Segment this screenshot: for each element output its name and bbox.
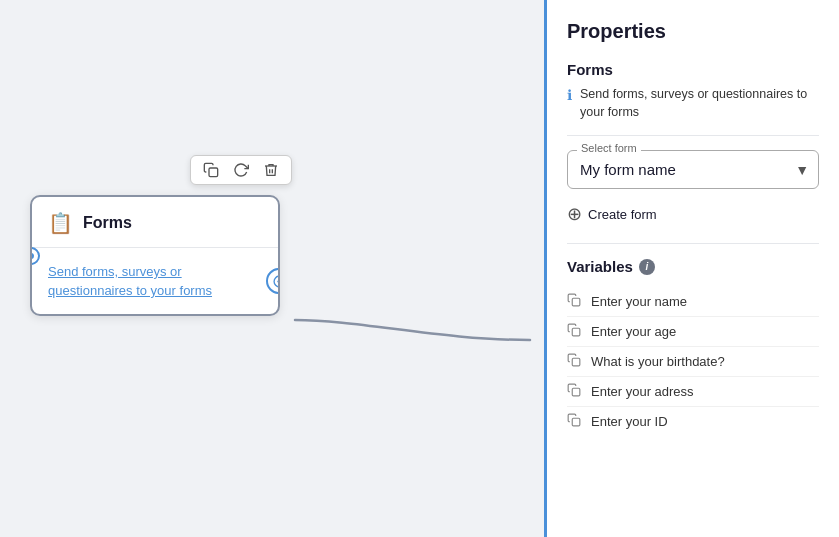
plus-circle-icon: ⊕ [567,203,582,225]
node-header-title: Forms [83,214,132,232]
variable-label: Enter your ID [591,414,668,429]
node-toolbar [190,155,292,185]
copy-variable-icon[interactable] [567,293,581,310]
svg-rect-7 [572,418,580,426]
variable-item: What is your birthdate? [567,347,819,377]
forms-info-text: Send forms, surveys or questionnaires to… [580,86,819,121]
svg-rect-3 [572,298,580,306]
variable-item: Enter your ID [567,407,819,436]
node-body-text[interactable]: Send forms, surveys or questionnaires to… [48,264,212,298]
node-header-icon: 📋 [48,211,73,235]
refresh-node-button[interactable] [229,160,253,180]
variable-label: Enter your name [591,294,687,309]
copy-variable-icon[interactable] [567,413,581,430]
info-icon: ℹ [567,87,572,103]
variable-item: Enter your name [567,287,819,317]
variables-title: Variables [567,258,633,275]
divider-1 [567,135,819,136]
variable-item: Enter your adress [567,377,819,407]
variable-label: Enter your adress [591,384,694,399]
divider-2 [567,243,819,244]
forms-info-row: ℹ Send forms, surveys or questionnaires … [567,86,819,121]
copy-variable-icon[interactable] [567,323,581,340]
select-form-container: Select form My form name Form 2 Form 3 ▼ [567,150,819,189]
variable-item: Enter your age [567,317,819,347]
select-form-dropdown[interactable]: My form name Form 2 Form 3 [567,150,819,189]
canvas-area: 📋 Forms Send forms, surveys or questionn… [0,0,544,537]
select-form-label: Select form [577,142,641,154]
variables-info-icon[interactable]: i [639,259,655,275]
forms-node: 📋 Forms Send forms, surveys or questionn… [30,195,280,316]
variables-list: Enter your nameEnter your ageWhat is you… [567,287,819,436]
copy-node-button[interactable] [199,160,223,180]
variable-label: Enter your age [591,324,676,339]
node-header: 📋 Forms [32,197,278,248]
variables-header: Variables i [567,258,819,275]
variable-label: What is your birthdate? [591,354,725,369]
svg-rect-5 [572,358,580,366]
svg-rect-4 [572,328,580,336]
svg-point-1 [274,276,280,287]
forms-section-title: Forms [567,61,819,78]
copy-variable-icon[interactable] [567,353,581,370]
svg-rect-6 [572,388,580,396]
properties-title: Properties [567,20,819,43]
svg-rect-0 [209,168,218,177]
create-form-link[interactable]: ⊕ Create form [567,203,819,225]
properties-panel: Properties Forms ℹ Send forms, surveys o… [544,0,839,537]
right-handle[interactable] [266,268,280,294]
delete-node-button[interactable] [259,160,283,180]
create-form-label: Create form [588,207,657,222]
copy-variable-icon[interactable] [567,383,581,400]
node-body: Send forms, surveys or questionnaires to… [32,248,278,314]
